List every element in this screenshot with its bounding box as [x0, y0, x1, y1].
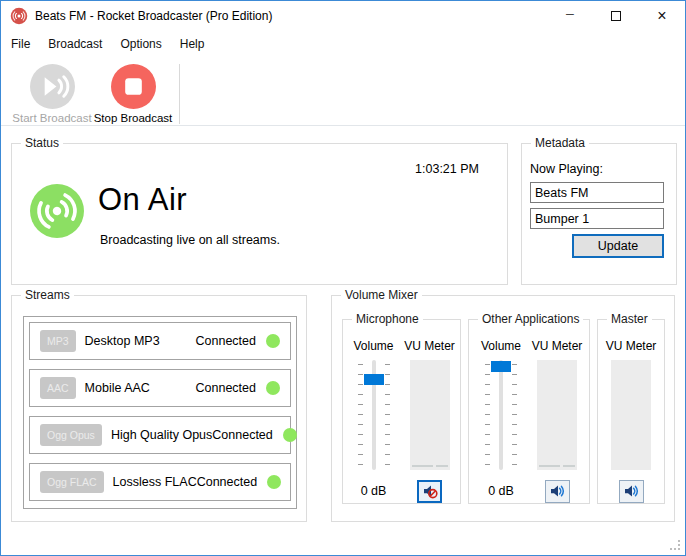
stream-row-mobile-aac[interactable]: AAC Mobile AAC Connected	[29, 369, 291, 407]
app-broadcast-icon	[10, 7, 28, 25]
toolbar-separator	[179, 64, 180, 124]
close-icon: ×	[657, 7, 666, 25]
menu-file[interactable]: File	[2, 33, 39, 55]
track-name-input[interactable]	[530, 208, 664, 229]
status-group-label: Status	[21, 136, 63, 150]
play-broadcast-icon	[30, 64, 75, 109]
codec-badge: Ogg FLAC	[40, 471, 104, 493]
other-applications-db-value: 0 dB	[488, 484, 514, 498]
microphone-db-value: 0 dB	[361, 484, 387, 498]
station-name-input[interactable]	[530, 182, 664, 203]
slider-ticks	[385, 364, 390, 465]
window-title: Beats FM - Rocket Broadcaster (Pro Editi…	[35, 9, 272, 23]
stream-status: Connected	[196, 334, 256, 348]
stream-name: Mobile AAC	[85, 381, 150, 395]
minimize-button[interactable]: ─	[547, 1, 593, 31]
clock: 1:03:21 PM	[415, 162, 479, 176]
microphone-channel: Microphone Volume 0 dB VU Meter	[342, 319, 461, 504]
microphone-volume-column: Volume 0 dB	[352, 339, 396, 503]
master-vu-column: VU Meter	[609, 339, 653, 503]
slider-ticks	[512, 364, 517, 465]
menu-help[interactable]: Help	[171, 33, 214, 55]
slider-track[interactable]	[499, 360, 503, 470]
stop-broadcast-label: Stop Broadcast	[94, 112, 173, 124]
microphone-mute-button[interactable]	[417, 480, 442, 503]
stream-status: Connected	[197, 475, 257, 489]
speaker-icon	[623, 483, 639, 499]
slider-handle[interactable]	[491, 361, 511, 372]
volume-label: Volume	[481, 339, 521, 353]
other-applications-volume-slider[interactable]	[484, 360, 518, 470]
slider-handle[interactable]	[364, 374, 384, 385]
stream-row-desktop-mp3[interactable]: MP3 Desktop MP3 Connected	[29, 322, 291, 360]
master-channel: Master VU Meter	[597, 319, 665, 504]
volume-mixer-group: Volume Mixer Microphone Volume 0 dB	[331, 295, 675, 522]
other-applications-vu-column: VU Meter	[535, 339, 579, 503]
codec-badge: MP3	[40, 330, 76, 352]
on-air-broadcast-icon	[30, 184, 84, 238]
vu-meter-label: VU Meter	[606, 339, 657, 353]
stream-name: Lossless FLAC	[113, 475, 197, 489]
other-applications-mute-button[interactable]	[545, 480, 570, 503]
other-applications-vu-meter	[537, 360, 577, 470]
on-air-headline: On Air	[98, 182, 187, 218]
vu-meter-label: VU Meter	[404, 339, 455, 353]
window-controls: ─ ×	[547, 1, 685, 31]
streams-group-label: Streams	[21, 288, 74, 302]
stream-row-lossless-flac[interactable]: Ogg FLAC Lossless FLAC Connected	[29, 463, 291, 501]
resize-grip[interactable]	[670, 540, 681, 551]
microphone-vu-meter	[410, 360, 450, 470]
master-vu-meter	[611, 360, 651, 470]
master-mute-button[interactable]	[619, 480, 644, 503]
update-button[interactable]: Update	[572, 234, 664, 258]
toolbar: Start Broadcast Stop Broadcast	[1, 56, 685, 126]
volume-mixer-group-label: Volume Mixer	[341, 288, 422, 302]
speaker-muted-icon	[422, 483, 438, 499]
stop-broadcast-button[interactable]: Stop Broadcast	[95, 64, 171, 124]
slider-ticks	[485, 364, 490, 465]
stop-icon	[111, 64, 156, 109]
connected-dot-icon	[266, 381, 280, 395]
maximize-icon	[611, 11, 621, 21]
connected-dot-icon	[266, 334, 280, 348]
metadata-group-label: Metadata	[531, 136, 589, 150]
main-content: Status 1:03:21 PM On Air Broadcasting li…	[1, 126, 685, 555]
vu-meter-label: VU Meter	[532, 339, 583, 353]
slider-ticks	[358, 364, 363, 465]
streams-group: Streams MP3 Desktop MP3 Connected AAC Mo…	[11, 295, 307, 522]
maximize-button[interactable]	[593, 1, 639, 31]
metadata-group: Metadata Now Playing: Update	[521, 143, 677, 285]
title-bar: Beats FM - Rocket Broadcaster (Pro Editi…	[1, 1, 685, 31]
connected-dot-icon	[283, 428, 297, 442]
start-broadcast-label: Start Broadcast	[12, 112, 91, 124]
stream-status: Connected	[212, 428, 272, 442]
stream-name: Desktop MP3	[85, 334, 160, 348]
now-playing-label: Now Playing:	[530, 162, 603, 176]
master-label: Master	[607, 312, 652, 326]
codec-badge: Ogg Opus	[40, 424, 102, 446]
streams-list: MP3 Desktop MP3 Connected AAC Mobile AAC…	[23, 316, 297, 509]
microphone-label: Microphone	[352, 312, 423, 326]
minimize-icon: ─	[566, 8, 574, 20]
stream-status: Connected	[196, 381, 256, 395]
stream-name: High Quality Opus	[111, 428, 212, 442]
status-group: Status 1:03:21 PM On Air Broadcasting li…	[11, 143, 508, 285]
menu-bar: File Broadcast Options Help	[1, 31, 685, 56]
status-message: Broadcasting live on all streams.	[100, 233, 280, 247]
connected-dot-icon	[267, 475, 281, 489]
volume-label: Volume	[353, 339, 393, 353]
app-window: Beats FM - Rocket Broadcaster (Pro Editi…	[0, 0, 686, 556]
other-applications-volume-column: Volume 0 dB	[479, 339, 523, 503]
close-button[interactable]: ×	[639, 1, 685, 31]
microphone-vu-column: VU Meter	[408, 339, 452, 503]
codec-badge: AAC	[40, 377, 76, 399]
other-applications-label: Other Applications	[478, 312, 583, 326]
other-applications-channel: Other Applications Volume 0 dB VU Me	[468, 319, 590, 504]
menu-broadcast[interactable]: Broadcast	[39, 33, 111, 55]
stream-row-high-quality-opus[interactable]: Ogg Opus High Quality Opus Connected	[29, 416, 291, 454]
start-broadcast-button[interactable]: Start Broadcast	[9, 64, 95, 124]
speaker-icon	[549, 483, 565, 499]
menu-options[interactable]: Options	[111, 33, 170, 55]
microphone-volume-slider[interactable]	[357, 360, 391, 470]
